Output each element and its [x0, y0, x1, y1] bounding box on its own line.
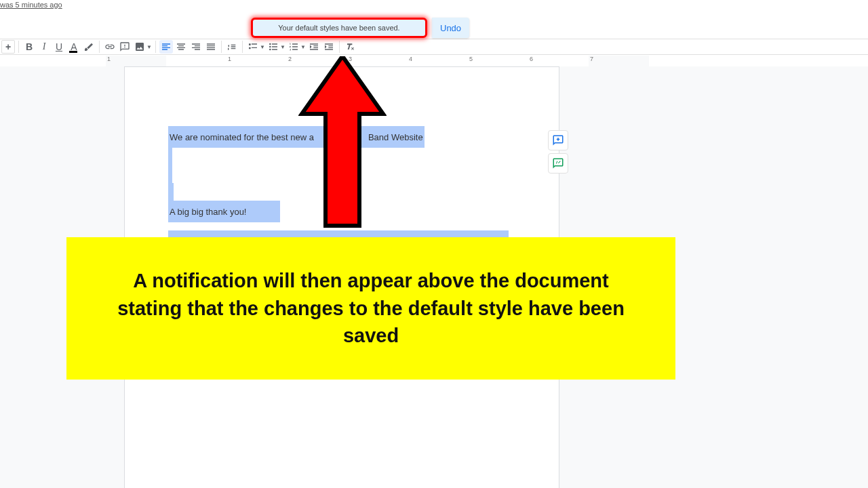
line2-text: A big big thank you!	[170, 207, 246, 217]
svg-point-0	[269, 43, 271, 45]
separator	[339, 41, 340, 53]
selected-text-line2[interactable]: A big big thank you!	[168, 201, 280, 222]
align-justify-button[interactable]	[204, 40, 218, 54]
side-panel	[548, 130, 571, 174]
comment-button[interactable]	[118, 40, 132, 54]
dropdown-icon[interactable]: ▼	[146, 44, 152, 50]
highlight-button[interactable]	[82, 40, 96, 54]
dropdown-icon[interactable]: ▼	[260, 44, 265, 50]
dropdown-icon[interactable]: ▼	[300, 44, 306, 50]
ruler-mark: 1	[226, 56, 287, 66]
line1-before: We are nominated for the best new a	[170, 132, 314, 142]
selection-block	[168, 183, 174, 201]
link-button[interactable]	[103, 40, 117, 54]
caption-text: A notification will then appear above th…	[107, 267, 635, 350]
selection-block	[168, 148, 172, 183]
suggest-edits-button[interactable]	[548, 153, 568, 174]
bulleted-list-button[interactable]	[267, 40, 280, 54]
numbered-list-button[interactable]	[287, 40, 300, 54]
align-left-button[interactable]	[159, 40, 173, 54]
annotation-arrow	[298, 56, 387, 232]
styles-saved-notification: Your default styles have been saved.	[251, 18, 427, 38]
separator	[18, 41, 19, 53]
notification-message: Your default styles have been saved.	[278, 24, 399, 32]
ruler-mark: 7	[589, 56, 649, 66]
annotation-caption: A notification will then appear above th…	[66, 237, 675, 380]
undo-button[interactable]: Undo	[432, 18, 469, 38]
svg-point-2	[269, 49, 271, 51]
line-spacing-button[interactable]	[225, 40, 239, 54]
status-text: was 5 minutes ago	[0, 0, 868, 11]
undo-label: Undo	[440, 23, 461, 33]
separator	[221, 41, 222, 53]
ruler-mark: 5	[468, 56, 528, 66]
ruler-mark	[166, 56, 226, 66]
separator	[155, 41, 156, 53]
ruler-mark: 6	[528, 56, 589, 66]
align-right-button[interactable]	[189, 40, 203, 54]
ruler-mark: 4	[408, 56, 468, 66]
underline-button[interactable]: U	[52, 40, 66, 54]
ruler: 1 1 2 3 4 5 6 7	[0, 56, 868, 66]
separator	[242, 41, 243, 53]
svg-point-1	[269, 46, 271, 48]
clear-formatting-button[interactable]	[343, 40, 357, 54]
add-comment-button[interactable]	[548, 130, 568, 150]
increase-indent-button[interactable]	[322, 40, 336, 54]
text-color-button[interactable]: A	[67, 40, 81, 54]
checklist-button[interactable]	[246, 40, 260, 54]
zoom-plus-button[interactable]: +	[1, 40, 15, 54]
align-center-button[interactable]	[174, 40, 188, 54]
dropdown-icon[interactable]: ▼	[280, 44, 285, 50]
ruler-mark: 1	[106, 56, 166, 66]
decrease-indent-button[interactable]	[307, 40, 321, 54]
bold-button[interactable]: B	[22, 40, 36, 54]
image-button[interactable]	[133, 40, 146, 54]
separator	[99, 41, 100, 53]
toolbar: + B I U A ▼ ▼ ▼ ▼	[0, 39, 868, 55]
italic-button[interactable]: I	[37, 40, 51, 54]
